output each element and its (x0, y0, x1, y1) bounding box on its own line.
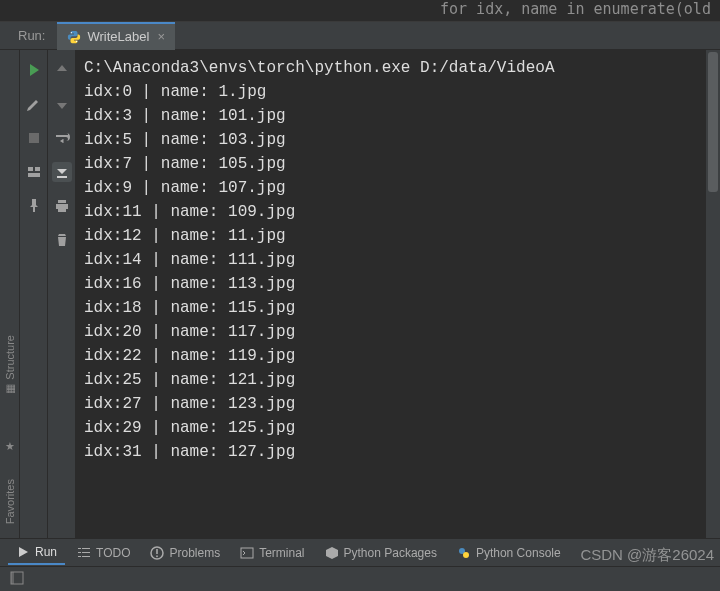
trash-button[interactable] (52, 230, 72, 250)
pin-button[interactable] (24, 196, 44, 216)
console-scrollbar[interactable] (706, 50, 720, 538)
bottom-toolbar: Run TODO Problems Terminal Python Packag… (0, 538, 720, 566)
run-tab[interactable]: WriteLabel × (57, 22, 175, 50)
down-arrow-button[interactable] (52, 94, 72, 114)
show-windows-icon[interactable] (10, 571, 24, 588)
svg-point-1 (76, 40, 77, 41)
console-output[interactable]: C:\Anaconda3\envs\torch\python.exe D:/da… (76, 50, 706, 538)
svg-point-11 (463, 552, 469, 558)
run-toolwindow-header: Run: WriteLabel × (0, 22, 720, 50)
python-console-toolwindow-button[interactable]: Python Console (449, 541, 569, 565)
svg-rect-2 (29, 133, 39, 143)
stop-button[interactable] (24, 128, 44, 148)
terminal-toolwindow-button[interactable]: Terminal (232, 541, 312, 565)
left-tool-strip: ▦ Structure ★ Favorites (0, 50, 20, 538)
svg-rect-13 (11, 572, 14, 584)
structure-toolwindow-tab[interactable]: ▦ Structure (3, 329, 16, 402)
svg-rect-4 (35, 167, 40, 171)
problems-toolwindow-button[interactable]: Problems (142, 541, 228, 565)
run-tab-label: WriteLabel (87, 29, 149, 44)
up-arrow-button[interactable] (52, 60, 72, 80)
scroll-to-end-button[interactable] (52, 162, 72, 182)
run-label: Run: (18, 28, 45, 43)
status-bar (0, 566, 720, 591)
python-file-icon (67, 30, 81, 44)
favorites-star-icon: ★ (5, 440, 15, 453)
run-gutter-left (20, 50, 48, 538)
svg-rect-9 (241, 548, 253, 558)
svg-rect-3 (28, 167, 33, 171)
editor-code-hint: for idx, name in enumerate(old (0, 0, 720, 22)
settings-button[interactable] (24, 94, 44, 114)
close-tab-icon[interactable]: × (157, 29, 165, 44)
layout-button[interactable] (24, 162, 44, 182)
run-gutter-right (48, 50, 76, 538)
svg-point-0 (71, 32, 72, 33)
run-toolwindow-button[interactable]: Run (8, 541, 65, 565)
todo-toolwindow-button[interactable]: TODO (69, 541, 138, 565)
svg-rect-5 (28, 173, 40, 177)
svg-rect-8 (157, 555, 159, 557)
scrollbar-thumb[interactable] (708, 52, 718, 192)
soft-wrap-button[interactable] (52, 128, 72, 148)
svg-rect-7 (157, 549, 159, 554)
favorites-toolwindow-tab[interactable]: Favorites (4, 473, 16, 530)
python-packages-toolwindow-button[interactable]: Python Packages (317, 541, 445, 565)
print-button[interactable] (52, 196, 72, 216)
rerun-button[interactable] (24, 60, 44, 80)
